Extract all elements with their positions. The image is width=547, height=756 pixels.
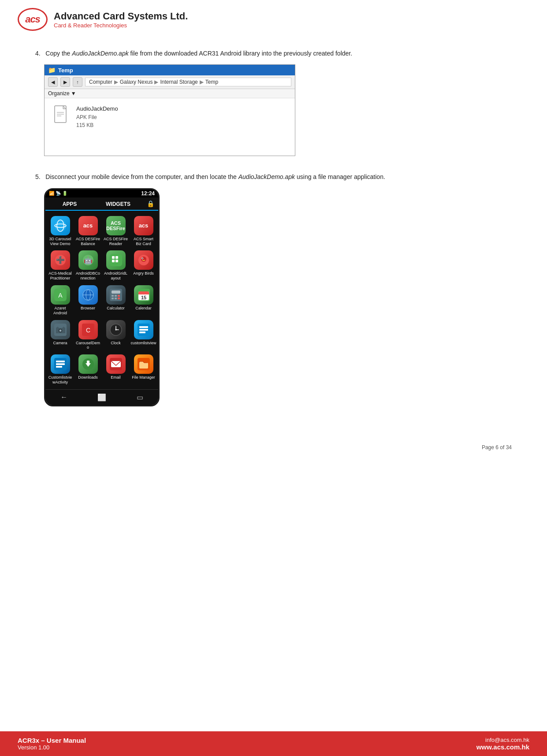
- app-icon-customlistview-activity: [51, 354, 70, 374]
- app-label-3d-carousel: 3D Carousel View Demo: [48, 237, 73, 246]
- app-label-acs-desfire-reader: ACS DESFire Reader: [103, 237, 129, 246]
- app-icon-customlistview: [134, 320, 153, 339]
- file-type: APK File: [76, 113, 118, 121]
- app-customlistview-activity[interactable]: CustomlistviewActivity: [46, 352, 74, 387]
- app-angry-birds[interactable]: Angry Birds: [130, 248, 157, 283]
- tab-apps[interactable]: APPS: [45, 197, 94, 211]
- page-number: Page 6 of 34: [0, 440, 547, 455]
- app-icon-acs-desfire-reader: ACS DESFire: [106, 216, 126, 235]
- footer-right: info@acs.com.hk www.acs.com.hk: [476, 737, 529, 751]
- main-content: 4. Copy the AudioJackDemo.apk file from …: [0, 35, 547, 440]
- app-acs-desfire-reader[interactable]: ACS DESFire ACS DESFire Reader: [102, 213, 130, 248]
- app-icon-browser: [78, 285, 98, 305]
- app-downloads[interactable]: Downloads: [74, 352, 102, 387]
- app-acs-desfire-balance[interactable]: acs ACS DESFire Balance: [74, 213, 102, 248]
- step5-italic: AudioJackDemo.apk: [238, 173, 295, 180]
- logo-text: acs: [25, 14, 40, 25]
- app-icon-android-db: 🤖: [78, 250, 98, 270]
- file-name: AudioJackDemo: [76, 104, 118, 113]
- app-icon-android-grid: [106, 250, 126, 270]
- nav-home-button[interactable]: ⬜: [97, 393, 106, 402]
- app-email[interactable]: Email: [102, 352, 130, 387]
- app-browser[interactable]: Browser: [74, 283, 102, 317]
- app-label-acs-medical: ACS-Medical Practitioner: [48, 271, 73, 281]
- svg-rect-29: [112, 295, 114, 297]
- tab-widgets[interactable]: WIDGETS: [94, 197, 142, 210]
- company-name: Advanced Card Systems Ltd.: [54, 11, 188, 22]
- explorer-body: AudioJackDemo APK File 115 KB: [45, 98, 295, 156]
- svg-rect-60: [87, 361, 89, 364]
- app-camera[interactable]: Camera: [46, 317, 74, 352]
- file-icon: [53, 104, 70, 125]
- nav-recent-button[interactable]: ▭: [137, 393, 143, 402]
- app-azaret[interactable]: A Azaret Android: [46, 283, 74, 317]
- app-icon-carousel-demo: C: [78, 320, 98, 339]
- app-clock[interactable]: Clock: [102, 317, 130, 352]
- phone-screen: 📶 📡 🔋 12:24 APPS WIDGETS 🔒: [45, 190, 158, 405]
- breadcrumb-temp: Temp: [205, 79, 218, 85]
- step4-italic: AudioJackDemo.apk: [72, 50, 128, 57]
- svg-rect-33: [115, 298, 117, 299]
- app-label-file-manager: File Manager: [132, 375, 155, 380]
- app-label-downloads: Downloads: [78, 375, 98, 380]
- app-customlistview[interactable]: customlistview: [130, 317, 157, 352]
- svg-rect-55: [56, 361, 65, 362]
- svg-rect-57: [56, 366, 62, 368]
- footer-manual-title: ACR3x – User Manual: [18, 737, 86, 744]
- app-android-grid[interactable]: AndroidGridLayout: [102, 248, 130, 283]
- svg-text:🤖: 🤖: [84, 256, 93, 264]
- explorer-window: 📁 Temp ◀ ▶ ↑ Computer ▶ Galaxy Nexus ▶ I…: [44, 64, 295, 156]
- explorer-titlebar: 📁 Temp: [45, 65, 295, 75]
- organize-button[interactable]: Organize ▼: [48, 90, 76, 97]
- up-button[interactable]: ↑: [73, 77, 82, 87]
- app-icon-calculator: [106, 285, 126, 305]
- battery-icon: 🔋: [62, 191, 67, 196]
- footer-website: www.acs.com.hk: [476, 743, 529, 751]
- status-time: 12:24: [141, 190, 155, 197]
- app-label-acs-smart: ACS Smart Biz Card: [131, 237, 156, 246]
- breadcrumb-storage: Internal Storage: [160, 79, 197, 85]
- footer-email: info@acs.com.hk: [476, 737, 529, 743]
- step-4: 4. Copy the AudioJackDemo.apk file from …: [35, 48, 512, 156]
- app-icon-acs-smart: acs: [134, 216, 153, 235]
- svg-rect-14: [115, 256, 118, 259]
- file-size: 115 KB: [76, 121, 118, 129]
- app-android-db[interactable]: 🤖 AndroidDBConnection: [74, 248, 102, 283]
- app-label-customlistview-activity: CustomlistviewActivity: [48, 375, 73, 385]
- app-label-calendar: Calendar: [135, 306, 152, 311]
- svg-rect-34: [118, 298, 120, 299]
- app-label-carousel-demo: CarouselDemo: [75, 341, 101, 350]
- explorer-title: Temp: [58, 67, 73, 74]
- app-icon-camera: [51, 320, 70, 339]
- app-3d-carousel[interactable]: 3D Carousel View Demo: [46, 213, 74, 248]
- svg-rect-31: [118, 295, 120, 297]
- app-icon-azaret: A: [51, 285, 70, 305]
- tab-lock-icon: 🔒: [142, 197, 158, 210]
- footer-left: ACR3x – User Manual Version 1.00: [18, 737, 86, 751]
- breadcrumb-text: Computer: [89, 79, 112, 85]
- app-icon-acs-medical: ➕: [51, 250, 70, 270]
- svg-point-18: [141, 257, 146, 262]
- svg-point-5: [55, 220, 66, 231]
- app-calendar[interactable]: 15 Calendar: [130, 283, 157, 317]
- status-icons-left: 📶 📡 🔋: [49, 191, 67, 196]
- app-acs-medical[interactable]: ➕ ACS-Medical Practitioner: [46, 248, 74, 283]
- app-file-manager[interactable]: File Manager: [130, 352, 157, 387]
- signal-icon: 📶: [49, 191, 54, 196]
- svg-rect-30: [115, 295, 117, 297]
- explorer-toolbar: Organize ▼: [45, 89, 295, 98]
- app-label-android-db: AndroidDBConnection: [75, 271, 101, 281]
- footer: ACR3x – User Manual Version 1.00 info@ac…: [0, 731, 547, 756]
- app-label-camera: Camera: [53, 341, 67, 346]
- app-calculator[interactable]: Calculator: [102, 283, 130, 317]
- app-acs-smart[interactable]: acs ACS Smart Biz Card: [130, 213, 157, 248]
- app-label-acs-desfire-balance: ACS DESFire Balance: [75, 237, 101, 246]
- svg-point-20: [142, 258, 143, 259]
- step4-text: 4. Copy the AudioJackDemo.apk file from …: [35, 48, 512, 58]
- app-carousel-demo[interactable]: C CarouselDemo: [74, 317, 102, 352]
- app-label-android-grid: AndroidGridLayout: [103, 271, 129, 281]
- forward-button[interactable]: ▶: [60, 77, 70, 87]
- nav-back-button[interactable]: ←: [60, 393, 67, 401]
- app-label-browser: Browser: [81, 306, 95, 311]
- back-button[interactable]: ◀: [48, 77, 58, 87]
